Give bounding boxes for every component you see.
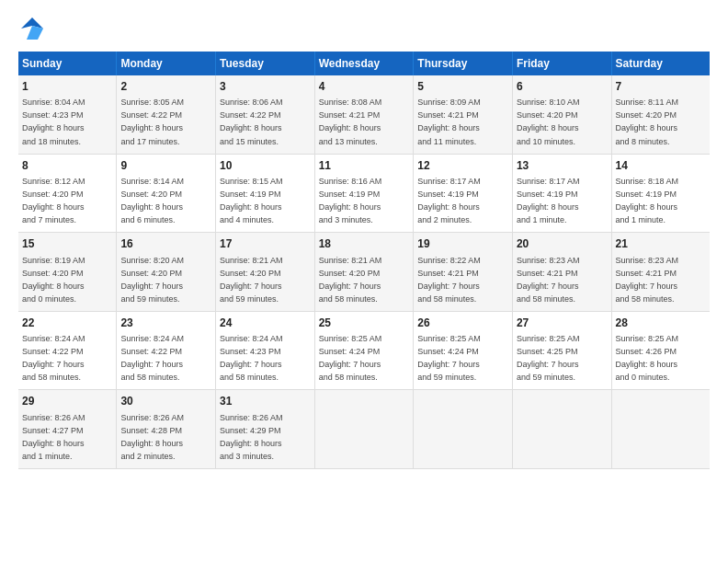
day-cell: 14Sunrise: 8:18 AMSunset: 4:19 PMDayligh… <box>611 154 710 233</box>
day-cell: 17Sunrise: 8:21 AMSunset: 4:20 PMDayligh… <box>216 233 315 312</box>
day-cell: 12Sunrise: 8:17 AMSunset: 4:19 PMDayligh… <box>414 154 513 233</box>
header-cell-monday: Monday <box>117 52 216 75</box>
day-cell <box>512 390 611 469</box>
day-number: 19 <box>417 236 508 252</box>
day-info: Sunrise: 8:16 AMSunset: 4:19 PMDaylight:… <box>319 177 382 224</box>
day-cell: 22Sunrise: 8:24 AMSunset: 4:22 PMDayligh… <box>18 311 117 390</box>
day-cell: 26Sunrise: 8:25 AMSunset: 4:24 PMDayligh… <box>414 311 513 390</box>
header-cell-friday: Friday <box>512 52 611 75</box>
day-cell: 10Sunrise: 8:15 AMSunset: 4:19 PMDayligh… <box>216 154 315 233</box>
day-number: 10 <box>220 158 311 174</box>
day-number: 5 <box>417 79 508 95</box>
day-cell: 3Sunrise: 8:06 AMSunset: 4:22 PMDaylight… <box>216 75 315 154</box>
day-number: 4 <box>319 79 410 95</box>
day-info: Sunrise: 8:22 AMSunset: 4:21 PMDaylight:… <box>417 256 481 304</box>
day-info: Sunrise: 8:06 AMSunset: 4:22 PMDaylight:… <box>220 98 283 145</box>
day-info: Sunrise: 8:15 AMSunset: 4:19 PMDaylight:… <box>220 177 283 224</box>
day-number: 20 <box>517 236 608 252</box>
day-info: Sunrise: 8:23 AMSunset: 4:21 PMDaylight:… <box>517 256 580 304</box>
header-cell-sunday: Sunday <box>18 52 117 75</box>
day-number: 3 <box>220 79 311 95</box>
day-cell <box>314 390 414 469</box>
day-number: 26 <box>417 316 508 331</box>
day-info: Sunrise: 8:10 AMSunset: 4:20 PMDaylight:… <box>517 98 580 145</box>
day-number: 28 <box>616 316 706 331</box>
logo <box>18 15 50 42</box>
header-cell-tuesday: Tuesday <box>216 52 315 75</box>
day-cell: 24Sunrise: 8:24 AMSunset: 4:23 PMDayligh… <box>216 311 315 390</box>
day-info: Sunrise: 8:26 AMSunset: 4:29 PMDaylight:… <box>220 413 283 461</box>
day-cell: 31Sunrise: 8:26 AMSunset: 4:29 PMDayligh… <box>216 390 315 469</box>
week-row-3: 15Sunrise: 8:19 AMSunset: 4:20 PMDayligh… <box>18 233 710 312</box>
day-number: 22 <box>22 316 112 331</box>
day-number: 18 <box>319 236 410 252</box>
day-number: 1 <box>22 79 112 95</box>
day-info: Sunrise: 8:24 AMSunset: 4:23 PMDaylight:… <box>220 334 283 382</box>
day-number: 31 <box>220 394 311 409</box>
day-cell <box>414 390 513 469</box>
day-number: 30 <box>120 394 211 409</box>
day-info: Sunrise: 8:18 AMSunset: 4:19 PMDaylight:… <box>616 177 679 224</box>
day-cell: 15Sunrise: 8:19 AMSunset: 4:20 PMDayligh… <box>18 233 117 312</box>
day-number: 2 <box>120 79 211 95</box>
day-info: Sunrise: 8:17 AMSunset: 4:19 PMDaylight:… <box>417 177 481 224</box>
day-number: 24 <box>220 316 311 331</box>
day-cell: 2Sunrise: 8:05 AMSunset: 4:22 PMDaylight… <box>117 75 216 154</box>
day-info: Sunrise: 8:26 AMSunset: 4:27 PMDaylight:… <box>22 413 85 461</box>
day-cell: 27Sunrise: 8:25 AMSunset: 4:25 PMDayligh… <box>512 311 611 390</box>
header-row: SundayMondayTuesdayWednesdayThursdayFrid… <box>18 52 710 75</box>
day-number: 29 <box>22 394 112 409</box>
day-cell: 21Sunrise: 8:23 AMSunset: 4:21 PMDayligh… <box>611 233 710 312</box>
day-number: 7 <box>616 79 706 95</box>
logo-icon <box>18 15 46 42</box>
day-info: Sunrise: 8:21 AMSunset: 4:20 PMDaylight:… <box>220 256 283 304</box>
day-info: Sunrise: 8:09 AMSunset: 4:21 PMDaylight:… <box>417 98 481 145</box>
week-row-5: 29Sunrise: 8:26 AMSunset: 4:27 PMDayligh… <box>18 390 710 469</box>
day-info: Sunrise: 8:11 AMSunset: 4:20 PMDaylight:… <box>616 98 679 145</box>
day-info: Sunrise: 8:12 AMSunset: 4:20 PMDaylight:… <box>22 177 85 224</box>
day-cell: 1Sunrise: 8:04 AMSunset: 4:23 PMDaylight… <box>18 75 117 154</box>
day-info: Sunrise: 8:17 AMSunset: 4:19 PMDaylight:… <box>517 177 580 224</box>
day-cell: 23Sunrise: 8:24 AMSunset: 4:22 PMDayligh… <box>117 311 216 390</box>
day-number: 16 <box>120 236 211 252</box>
day-cell <box>611 390 710 469</box>
day-cell: 28Sunrise: 8:25 AMSunset: 4:26 PMDayligh… <box>611 311 710 390</box>
day-info: Sunrise: 8:24 AMSunset: 4:22 PMDaylight:… <box>22 334 85 382</box>
day-info: Sunrise: 8:14 AMSunset: 4:20 PMDaylight:… <box>120 177 184 224</box>
day-cell: 16Sunrise: 8:20 AMSunset: 4:20 PMDayligh… <box>117 233 216 312</box>
day-number: 25 <box>319 316 410 331</box>
header-cell-thursday: Thursday <box>414 52 513 75</box>
day-number: 27 <box>517 316 608 331</box>
calendar-header: SundayMondayTuesdayWednesdayThursdayFrid… <box>18 52 710 75</box>
day-info: Sunrise: 8:21 AMSunset: 4:20 PMDaylight:… <box>319 256 382 304</box>
day-number: 14 <box>616 158 706 174</box>
day-cell: 29Sunrise: 8:26 AMSunset: 4:27 PMDayligh… <box>18 390 117 469</box>
day-info: Sunrise: 8:25 AMSunset: 4:26 PMDaylight:… <box>616 334 679 382</box>
day-number: 15 <box>22 236 112 252</box>
page: SundayMondayTuesdayWednesdayThursdayFrid… <box>0 0 728 563</box>
week-row-4: 22Sunrise: 8:24 AMSunset: 4:22 PMDayligh… <box>18 311 710 390</box>
day-cell: 18Sunrise: 8:21 AMSunset: 4:20 PMDayligh… <box>314 233 414 312</box>
day-info: Sunrise: 8:04 AMSunset: 4:23 PMDaylight:… <box>22 98 85 145</box>
day-info: Sunrise: 8:26 AMSunset: 4:28 PMDaylight:… <box>120 413 184 461</box>
day-info: Sunrise: 8:25 AMSunset: 4:24 PMDaylight:… <box>417 334 481 382</box>
day-number: 13 <box>517 158 608 174</box>
day-number: 23 <box>120 316 211 331</box>
day-number: 11 <box>319 158 410 174</box>
day-info: Sunrise: 8:23 AMSunset: 4:21 PMDaylight:… <box>616 256 679 304</box>
day-cell: 5Sunrise: 8:09 AMSunset: 4:21 PMDaylight… <box>414 75 513 154</box>
day-number: 21 <box>616 236 706 252</box>
day-cell: 19Sunrise: 8:22 AMSunset: 4:21 PMDayligh… <box>414 233 513 312</box>
day-cell: 20Sunrise: 8:23 AMSunset: 4:21 PMDayligh… <box>512 233 611 312</box>
day-info: Sunrise: 8:19 AMSunset: 4:20 PMDaylight:… <box>22 256 85 304</box>
day-number: 6 <box>517 79 608 95</box>
calendar-table: SundayMondayTuesdayWednesdayThursdayFrid… <box>18 52 710 469</box>
day-cell: 4Sunrise: 8:08 AMSunset: 4:21 PMDaylight… <box>314 75 414 154</box>
day-number: 12 <box>417 158 508 174</box>
day-info: Sunrise: 8:20 AMSunset: 4:20 PMDaylight:… <box>120 256 184 304</box>
day-cell: 11Sunrise: 8:16 AMSunset: 4:19 PMDayligh… <box>314 154 414 233</box>
day-cell: 8Sunrise: 8:12 AMSunset: 4:20 PMDaylight… <box>18 154 117 233</box>
day-info: Sunrise: 8:25 AMSunset: 4:25 PMDaylight:… <box>517 334 580 382</box>
day-cell: 30Sunrise: 8:26 AMSunset: 4:28 PMDayligh… <box>117 390 216 469</box>
day-number: 8 <box>22 158 112 174</box>
